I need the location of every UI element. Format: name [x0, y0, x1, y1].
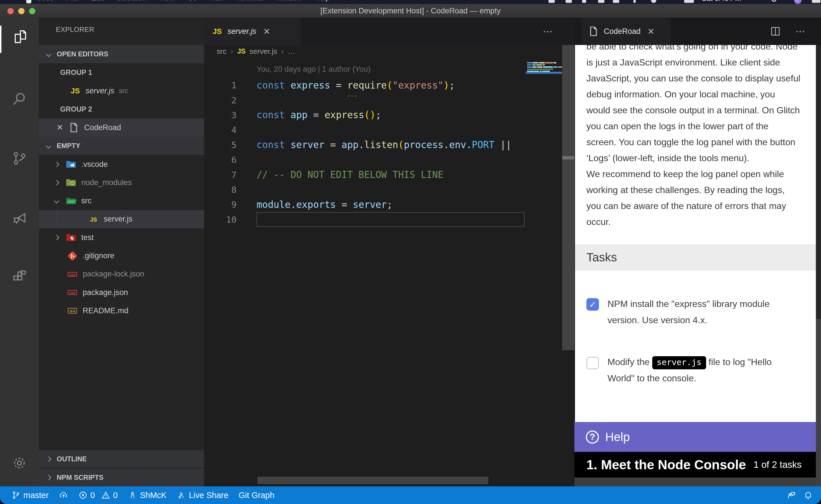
- shield-icon[interactable]: [548, 0, 555, 3]
- run-and-debug-icon[interactable]: [0, 200, 39, 235]
- bell-icon[interactable]: [803, 490, 813, 500]
- tree-item-package-json[interactable]: npmpackage.json: [39, 283, 204, 302]
- menu-items: CodeFileEditSelectionViewGoRunTerminalWi…: [36, 0, 330, 2]
- tree-item-node-modules[interactable]: JSnode_modules: [39, 173, 204, 192]
- lesson-title: 1. Meet the Node Console: [586, 457, 746, 472]
- file-path-detail: src: [119, 87, 128, 95]
- code-line-9: 9module.exports = server;: [204, 197, 562, 212]
- feedback-icon[interactable]: [786, 490, 796, 500]
- task-count-badge: 1 of 2 tasks: [753, 459, 802, 470]
- uparrow-icon[interactable]: [598, 0, 604, 3]
- panel-more-actions-icon[interactable]: ⋯: [795, 18, 806, 45]
- folder-vscode-icon: [65, 158, 77, 171]
- close-icon[interactable]: ✕: [262, 26, 272, 36]
- npm-scripts-header[interactable]: NPM SCRIPTS: [39, 469, 204, 486]
- tab-coderoad[interactable]: CodeRoad ✕: [581, 18, 671, 45]
- tree-item-readme-md[interactable]: MREADME.md: [39, 302, 204, 320]
- breadcrumb-file[interactable]: server.js: [250, 47, 277, 56]
- extensions-icon[interactable]: [0, 260, 39, 294]
- svg-text:JS: JS: [90, 216, 97, 223]
- menu-item-window[interactable]: Window: [276, 0, 302, 2]
- tree-item-package-lock-json[interactable]: npmpackage-lock.json: [39, 265, 204, 283]
- menu-item-run[interactable]: Run: [210, 0, 223, 2]
- current-line-highlight: [257, 212, 524, 227]
- npm-file-icon: npm: [66, 268, 79, 280]
- gitlens-blame-annotation: You, 20 days ago | 1 author (You): [257, 65, 371, 74]
- code-editor[interactable]: 1const express = require("express");23co…: [204, 78, 562, 227]
- breadcrumb-more[interactable]: …: [288, 47, 295, 56]
- panel-tab-bar: CodeRoad ✕ ⋯: [574, 18, 821, 45]
- search-icon[interactable]: [0, 82, 39, 116]
- menu-item-file[interactable]: File: [67, 0, 78, 2]
- status-bar: master 0 0 ShMcK Live Share Git Graph: [0, 486, 821, 504]
- git-graph-item[interactable]: Git Graph: [234, 486, 280, 504]
- error-circle-icon: [78, 491, 87, 500]
- outline-header[interactable]: OUTLINE: [39, 450, 204, 468]
- open-editor-item-serverjs[interactable]: JS server.js src: [39, 82, 204, 100]
- task2-checkbox[interactable]: [586, 357, 599, 369]
- explorer-icon[interactable]: [0, 20, 39, 54]
- tree-item-test[interactable]: test: [39, 228, 204, 247]
- code-line-5: 5const server = app.listen(process.env.P…: [204, 138, 562, 152]
- menu-item-edit[interactable]: Edit: [91, 0, 103, 2]
- menu-item-go[interactable]: Go: [187, 0, 197, 2]
- chevron-down-icon: [54, 198, 59, 203]
- close-icon[interactable]: ✕: [646, 26, 656, 36]
- git-branch-item[interactable]: master: [0, 486, 54, 504]
- search-icon[interactable]: [771, 0, 777, 2]
- menu-item-view[interactable]: View: [159, 0, 174, 2]
- horizontal-scrollbar-thumb[interactable]: [258, 477, 488, 484]
- menu-item-help[interactable]: Help: [315, 0, 329, 2]
- menu-item-code[interactable]: Code: [36, 0, 54, 2]
- siri-icon[interactable]: [794, 0, 802, 4]
- code-chip: server.js: [652, 356, 706, 369]
- split-editor-icon[interactable]: [770, 25, 781, 38]
- pen-icon[interactable]: [613, 0, 619, 3]
- settings-gear-icon[interactable]: [0, 446, 39, 480]
- task1-text: NPM install the "express" library module…: [607, 296, 770, 328]
- live-share-item[interactable]: Live Share: [171, 486, 234, 504]
- display-icon[interactable]: [684, 0, 694, 3]
- folder-node-icon: JS: [65, 176, 77, 189]
- tree-item-server-js[interactable]: JSserver.js: [39, 210, 204, 228]
- tree-item--gitignore[interactable]: .gitignore: [39, 247, 204, 265]
- chevron-right-icon: [54, 162, 59, 167]
- minimap-line: [527, 66, 562, 68]
- menu-item-terminal[interactable]: Terminal: [236, 0, 263, 2]
- npm-file-icon: npm: [66, 286, 79, 299]
- menu-item-selection[interactable]: Selection: [116, 0, 146, 2]
- tree-item-src[interactable]: </>src: [39, 192, 204, 210]
- shield-icon[interactable]: [565, 0, 572, 3]
- panel-scrollbar-thumb[interactable]: [816, 45, 821, 319]
- folder-section-header[interactable]: EMPTY: [39, 137, 204, 155]
- help-section-header[interactable]: ? Help: [574, 422, 816, 452]
- open-editor-item-coderoad[interactable]: ✕ CodeRoad: [39, 118, 204, 137]
- chevron-right-icon: [54, 180, 59, 185]
- info-icon[interactable]: [651, 0, 656, 3]
- cloud-upload-icon: [59, 491, 68, 500]
- code-line-6: 6: [204, 152, 562, 167]
- editor-actions-more-icon[interactable]: ⋯: [543, 18, 553, 45]
- open-editors-header[interactable]: OPEN EDITORS: [39, 45, 204, 63]
- vscode-window: CodeFileEditSelectionViewGoRunTerminalWi…: [0, 0, 821, 504]
- lesson-progress-bar: 1. Meet the Node Console 1 of 2 tasks: [574, 452, 816, 478]
- close-icon[interactable]: ✕: [56, 124, 63, 132]
- chevron-right-icon: [54, 235, 59, 240]
- publish-changes-item[interactable]: [54, 486, 73, 504]
- task1-checkbox[interactable]: ✓: [586, 298, 599, 311]
- control-center-icon[interactable]: [812, 0, 820, 3]
- editor-scrollbar-track[interactable]: [562, 45, 574, 350]
- bolt-icon[interactable]: [582, 0, 586, 3]
- apple-logo-icon[interactable]: [26, 0, 31, 3]
- open-editors-group2: GROUP 2: [39, 100, 204, 118]
- chevron-right-icon: ›: [281, 47, 284, 56]
- source-control-icon[interactable]: [0, 141, 39, 175]
- tab-serverjs[interactable]: JS server.js ✕: [204, 18, 301, 45]
- problems-item[interactable]: 0 0: [73, 486, 123, 504]
- file-icon: [587, 25, 600, 38]
- dot-icon[interactable]: [634, 0, 636, 3]
- js-file-icon: JS: [237, 47, 246, 55]
- liveshare-account-item[interactable]: ShMcK: [123, 486, 171, 504]
- tree-item--vscode[interactable]: .vscode: [39, 155, 204, 173]
- breadcrumb-folder[interactable]: src: [217, 47, 227, 56]
